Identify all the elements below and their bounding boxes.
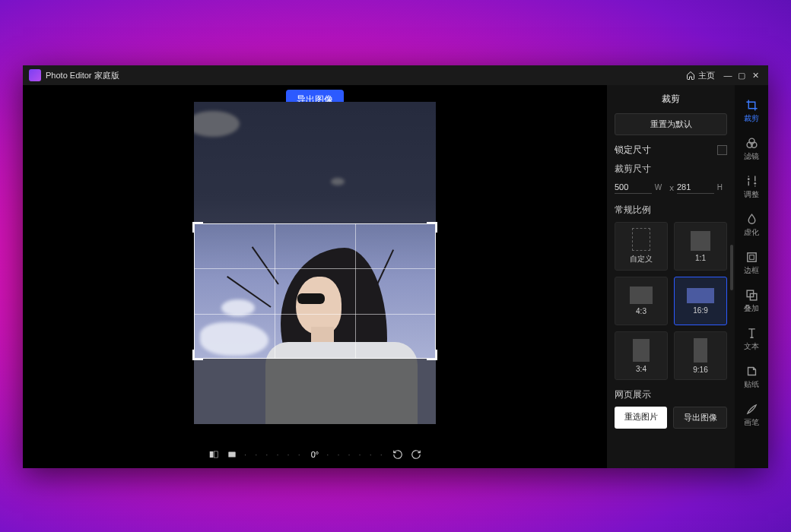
rotate-slider-right[interactable]: · · · · · · [326,450,386,459]
width-input[interactable] [615,181,652,194]
crop-panel: 裁剪 重置为默认 锁定尺寸 裁剪尺寸 W x H 常规比例 自定义1:14:31… [607,85,735,468]
home-icon [686,71,695,80]
panel-title: 裁剪 [615,93,727,106]
ratio-card-1:1[interactable]: 1:1 [674,222,727,271]
tool-blur[interactable]: 虚化 [736,207,767,243]
crop-icon [745,99,758,112]
adjust-icon [745,175,758,188]
minimize-button[interactable]: — [721,71,735,80]
lock-size-label: 锁定尺寸 [615,144,651,156]
svg-rect-8 [747,252,755,261]
text-icon [745,327,758,340]
tool-filter[interactable]: 滤镜 [736,131,767,167]
svg-rect-0 [210,451,214,458]
ratio-card-3:4[interactable]: 3:4 [615,331,668,380]
export-image-button[interactable]: 导出图像 [673,407,727,429]
app-window: Photo Editor 家庭版 主页 — ▢ ✕ 导出图像 [23,65,768,468]
ratio-shape-icon [632,228,650,251]
svg-point-7 [754,182,756,184]
rotate-degree: 0° [311,450,319,459]
canvas-area: 导出图像 [23,85,607,468]
tool-adjust[interactable]: 调整 [736,169,767,205]
ratio-shape-icon [691,231,710,251]
blur-icon [745,213,758,226]
height-input[interactable] [677,181,714,194]
svg-rect-9 [749,255,754,259]
svg-rect-1 [214,451,218,458]
reset-default-button[interactable]: 重置为默认 [615,113,727,135]
crop-handle-tl[interactable] [192,222,203,233]
tool-brush[interactable]: 画笔 [736,397,767,433]
rotate-slider-left[interactable]: · · · · · · [244,450,303,459]
ratio-card-9:16[interactable]: 9:16 [674,331,727,380]
tool-rail: 裁剪滤镜调整虚化边框叠加文本贴纸画笔 [735,85,768,468]
ratio-shape-icon [687,288,714,303]
ratio-shape-icon [630,287,653,304]
ratio-shape-icon [694,338,707,363]
crop-size-label: 裁剪尺寸 [615,163,727,175]
tool-overlay[interactable]: 叠加 [736,283,767,319]
ratio-card-16:9[interactable]: 16:9 [674,277,727,325]
ratio-card-自定义[interactable]: 自定义 [615,222,668,271]
canvas-bottombar: · · · · · · 0° · · · · · · [23,441,607,468]
ratio-shape-icon [633,339,650,362]
crop-handle-br[interactable] [427,350,437,360]
tool-frame[interactable]: 边框 [736,245,767,281]
panel-scrollbar[interactable] [730,245,733,290]
tool-crop[interactable]: 裁剪 [736,93,767,129]
frame-icon [745,251,758,264]
crop-window[interactable] [194,223,436,359]
tool-sticker[interactable]: 贴纸 [736,359,767,395]
compare-icon[interactable] [208,449,220,460]
rotate-left-icon[interactable] [392,449,404,460]
crop-handle-bl[interactable] [192,350,203,360]
titlebar: Photo Editor 家庭版 主页 — ▢ ✕ [23,65,768,85]
ratio-grid: 自定义1:14:316:93:49:16 [615,222,727,380]
overlay-icon [745,289,758,302]
web-display-label: 网页展示 [615,389,727,401]
svg-point-6 [747,178,749,180]
crop-handle-tr[interactable] [427,222,437,233]
lock-size-checkbox[interactable] [717,145,727,155]
image-holder[interactable] [194,102,436,424]
fit-icon[interactable] [226,449,238,460]
ratios-label: 常规比例 [615,204,727,216]
app-title: Photo Editor 家庭版 [46,70,119,81]
close-button[interactable]: ✕ [748,71,762,81]
tool-text[interactable]: 文本 [736,321,767,357]
app-logo-icon [29,69,41,81]
brush-icon [745,403,758,416]
svg-rect-2 [228,452,235,458]
maximize-button[interactable]: ▢ [735,71,748,81]
ratio-card-4:3[interactable]: 4:3 [615,277,668,325]
rotate-right-icon[interactable] [410,449,422,460]
reselect-image-button[interactable]: 重选图片 [615,407,667,429]
sticker-icon [745,365,758,378]
home-button[interactable]: 主页 [686,70,715,81]
filter-icon [745,137,758,150]
